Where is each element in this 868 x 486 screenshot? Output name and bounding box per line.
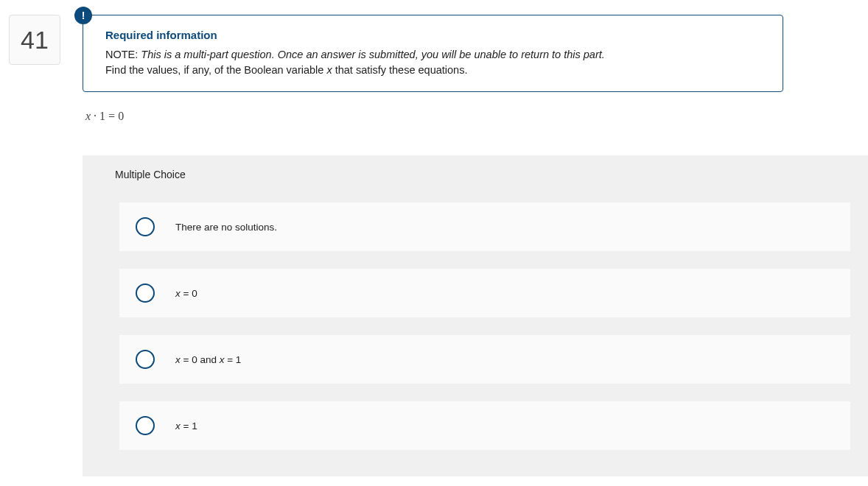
choice-label-0: There are no solutions. xyxy=(175,222,277,233)
info-title: Required information xyxy=(105,29,760,41)
instruction-pre: Find the values, if any, of the Boolean … xyxy=(105,64,326,76)
choice-2[interactable]: x = 0 and x = 1 xyxy=(119,335,850,384)
equation: x · 1 = 0 xyxy=(85,110,868,123)
choice-label-1: x = 0 xyxy=(175,288,197,299)
choice-2-mid2: = 1 xyxy=(224,354,241,365)
radio-3[interactable] xyxy=(136,416,155,435)
choice-2-mid1: = 0 and xyxy=(181,354,220,365)
info-text: NOTE: This is a multi-part question. Onc… xyxy=(105,47,760,78)
answers-area: Multiple Choice There are no solutions. … xyxy=(83,155,868,476)
choice-label-3: x = 1 xyxy=(175,420,197,432)
choice-list: There are no solutions. x = 0 x = 0 and … xyxy=(83,194,868,476)
radio-2[interactable] xyxy=(136,350,155,369)
instruction-var: x xyxy=(326,64,332,76)
note-italic: This is a multi-part question. Once an a… xyxy=(141,49,604,60)
choice-3[interactable]: x = 1 xyxy=(119,401,850,450)
equation-rest: · 1 = 0 xyxy=(91,110,124,122)
alert-icon: ! xyxy=(74,7,92,24)
choice-3-rest: = 1 xyxy=(181,420,197,432)
answers-header: Multiple Choice xyxy=(83,155,868,194)
radio-1[interactable] xyxy=(136,284,155,303)
required-info-box: ! Required information NOTE: This is a m… xyxy=(83,15,783,92)
note-label: NOTE: xyxy=(105,49,138,60)
choice-2-var1: x xyxy=(175,354,181,365)
question-number: 41 xyxy=(9,15,60,65)
instruction-post: that satisfy these equations. xyxy=(332,64,468,76)
radio-0[interactable] xyxy=(136,217,155,236)
choice-0[interactable]: There are no solutions. xyxy=(119,202,850,251)
choice-1-rest: = 0 xyxy=(181,288,197,299)
choice-1-var: x xyxy=(175,288,181,299)
choice-3-var: x xyxy=(175,420,181,432)
choice-label-2: x = 0 and x = 1 xyxy=(175,354,241,365)
choice-1[interactable]: x = 0 xyxy=(119,269,850,317)
